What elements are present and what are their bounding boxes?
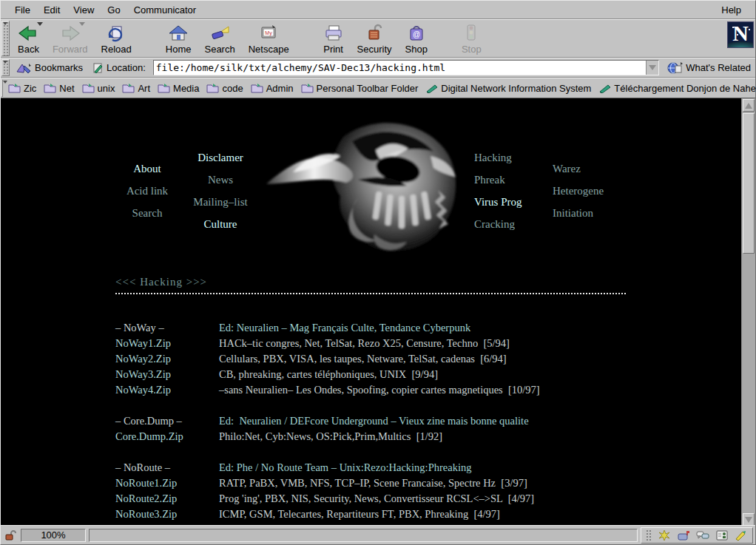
discussions-component-icon[interactable] [696, 529, 709, 541]
nav-link-about[interactable]: About [112, 158, 183, 180]
file-link[interactable]: Core.Dump.Zip [115, 429, 219, 444]
scroll-down-button[interactable] [743, 513, 755, 526]
personal-toolbar-folder[interactable]: Personal Toolbar Folder [297, 81, 422, 95]
personal-folder-label: Personal Toolbar Folder [317, 83, 419, 94]
nav-link-mailing-list[interactable]: Mailing–list [183, 191, 258, 213]
netscape-logo-throbber[interactable]: N [727, 21, 754, 48]
vertical-scrollbar[interactable] [741, 98, 755, 527]
folder-icon [206, 83, 219, 93]
group-editor-link[interactable]: Ed: Neuralien / DEFcore Underground – Vi… [219, 413, 678, 429]
shop-button[interactable]: @ Shop [399, 21, 434, 56]
print-button[interactable]: Print [317, 21, 351, 56]
whats-related-button[interactable]: What's Related [662, 60, 755, 76]
demon-skull-image [263, 109, 478, 260]
navigator-component-icon[interactable] [658, 529, 671, 541]
whats-related-globe-icon [666, 61, 683, 75]
file-link[interactable]: NoWay3.Zip [115, 367, 219, 382]
nav-link-culture[interactable]: Culture [183, 213, 258, 235]
personal-folder-art[interactable]: Art [118, 81, 154, 95]
svg-text:My: My [265, 30, 272, 36]
home-button[interactable]: Home [159, 21, 198, 56]
url-history-dropdown[interactable] [646, 61, 658, 75]
nav-link-disclamer[interactable]: Disclamer [183, 146, 258, 169]
file-link[interactable]: NoRoute1.Zip [115, 475, 219, 491]
security-button-label: Security [357, 44, 392, 55]
personal-folder-net[interactable]: Net [40, 81, 78, 95]
security-button[interactable]: Security [351, 21, 399, 56]
home-icon [168, 22, 189, 43]
file-link[interactable]: NoWay1.Zip [115, 336, 219, 351]
nav-column-left-2: Disclamer News Mailing–list Culture [183, 146, 258, 235]
file-description: Cellulars, PBX, VISA, les taupes, Netwar… [219, 351, 678, 367]
mailbox-component-icon[interactable] [677, 529, 690, 541]
logo-letter: N [728, 21, 753, 46]
nav-link-cracking[interactable]: Cracking [474, 213, 556, 235]
stop-button-label: Stop [462, 44, 482, 55]
menu-file[interactable]: File [8, 2, 37, 18]
location-label: Location: [107, 62, 146, 73]
folder-icon [82, 83, 95, 93]
nav-link-acid-link[interactable]: Acid link [112, 180, 183, 202]
bookmark-telechargement-donjon[interactable]: Téléchargement Donjon de Naheulbeuk [595, 81, 756, 95]
toolbar-collapse-grip[interactable] [1, 21, 10, 56]
folder-icon [251, 83, 263, 93]
nav-link-news[interactable]: News [183, 169, 258, 191]
back-button-label: Back [18, 44, 39, 55]
group-editor-link[interactable]: Ed: Neuralien – Mag Français Culte, Tend… [219, 320, 678, 336]
menu-communicator[interactable]: Communicator [127, 2, 203, 18]
personal-folder-label: Admin [266, 83, 294, 94]
search-button[interactable]: Search [198, 21, 241, 56]
folder-icon [44, 83, 56, 93]
security-padlock-button[interactable] [3, 529, 18, 542]
netscape-button[interactable]: My Netscape [242, 21, 296, 56]
scroll-down-arrow-icon [745, 517, 752, 523]
status-bar: 100% [1, 525, 755, 544]
personal-folder-admin[interactable]: Admin [247, 81, 297, 95]
scroll-up-button[interactable] [743, 99, 755, 112]
nav-link-phreak[interactable]: Phreak [474, 169, 556, 191]
menu-view[interactable]: View [67, 2, 101, 18]
search-flashlight-icon [209, 22, 230, 43]
location-toolbar: Bookmarks Location: [1, 58, 755, 78]
scrollbar-thumb[interactable] [743, 113, 755, 254]
nav-link-hacking[interactable]: Hacking [474, 146, 556, 169]
composer-component-icon[interactable] [735, 529, 748, 541]
personal-folder-label: Net [59, 83, 74, 94]
file-description: ICMP, GSM, Telecartes, Repartiteurs FT, … [219, 507, 678, 522]
file-link[interactable]: NoWay4.Zip [115, 382, 219, 398]
component-bar-grip[interactable] [646, 529, 652, 541]
stop-traffic-light-icon [463, 22, 479, 43]
menu-go[interactable]: Go [101, 2, 126, 18]
file-row: NoRoute2.Zip Prog 'ing', PBX, NIS, Secur… [115, 491, 678, 507]
personal-folder-code[interactable]: code [203, 81, 246, 95]
back-button[interactable]: Back [11, 21, 46, 56]
nav-link-initiation[interactable]: Initiation [553, 202, 627, 224]
personal-folder-media[interactable]: Media [154, 81, 203, 95]
group-title: – NoRoute – [115, 460, 219, 475]
file-link[interactable]: NoWay2.Zip [115, 351, 219, 367]
file-link[interactable]: NoRoute2.Zip [115, 491, 219, 507]
location-proxy-icon-button[interactable]: Location: [87, 61, 150, 75]
url-input[interactable] [154, 61, 646, 75]
bookmark-digital-network-information-system[interactable]: Digital Network Information System [422, 81, 595, 95]
address-book-component-icon[interactable] [715, 529, 729, 541]
menu-help[interactable]: Help [715, 2, 748, 18]
nav-link-virus-prog[interactable]: Virus Prog [474, 191, 556, 213]
scroll-up-arrow-icon [745, 103, 752, 109]
file-row: NoRoute1.Zip RATP, PaBX, VMB, NFS, TCP–I… [115, 475, 678, 491]
personal-folder-zic[interactable]: Zic [4, 81, 40, 95]
menu-edit[interactable]: Edit [37, 2, 67, 18]
search-button-label: Search [204, 44, 234, 55]
file-link[interactable]: NoRoute3.Zip [115, 507, 219, 522]
group-editor-link[interactable]: Ed: Phe / No Route Team – Unix:Rezo:Hack… [219, 460, 678, 475]
folder-icon [158, 83, 170, 93]
nav-link-warez[interactable]: Warez [553, 158, 627, 180]
nav-link-search[interactable]: Search [112, 202, 183, 224]
reload-button[interactable]: Reload [95, 21, 138, 56]
personal-folder-label: Zic [24, 83, 36, 94]
personal-folder-unix[interactable]: unix [78, 81, 119, 95]
nav-link-heterogene[interactable]: Heterogene [553, 180, 627, 202]
bookmarks-button[interactable]: Bookmarks [11, 61, 87, 75]
location-toolbar-grip[interactable] [1, 59, 10, 76]
personal-toolbar-grip[interactable] [1, 79, 3, 97]
